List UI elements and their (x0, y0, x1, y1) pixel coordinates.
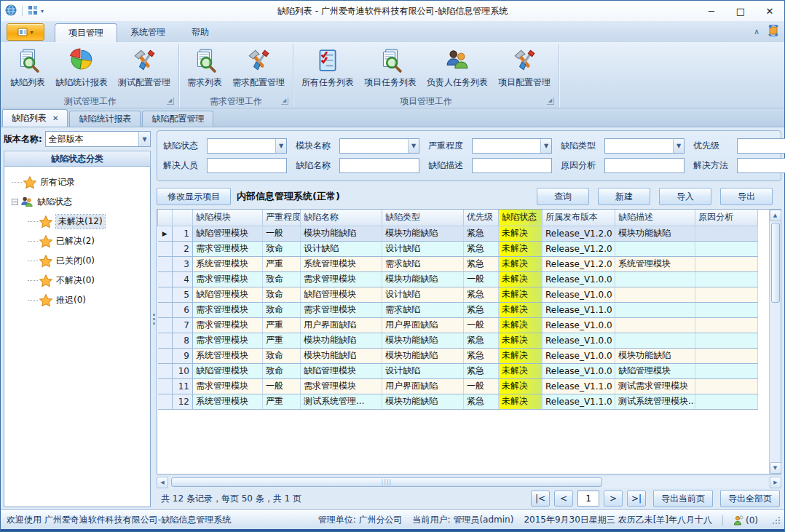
chevron-down-icon[interactable]: ▼ (408, 139, 419, 153)
chevron-down-icon[interactable]: ▼ (138, 132, 150, 146)
filter-select-defect-status[interactable]: ▼ (207, 138, 287, 154)
close-tab-icon[interactable]: ✕ (52, 114, 58, 122)
ribbon-button-defect-stats-report[interactable]: 缺陷统计报表 (50, 46, 113, 90)
table-row[interactable]: 9系统管理模块致命模块功能缺陷模块功能缺陷紧急未解决Release_V1.0.0… (158, 348, 758, 363)
filter-text-defect-description[interactable] (472, 158, 552, 173)
filter-input-module-name[interactable] (340, 139, 408, 153)
chevron-down-icon[interactable]: ▼ (275, 139, 286, 153)
table-row[interactable]: 7需求管理模块严重用户界面缺陷用户界面缺陷一般未解决Release_V1.0.0 (158, 317, 758, 333)
ribbon-button-project-config[interactable]: 项目配置管理 (493, 46, 556, 90)
tree-item-wont-fix[interactable]: 不解决(0) (12, 271, 147, 290)
column-header-module[interactable]: 缺陷模块 (193, 210, 263, 226)
tree-item-defect-status[interactable]: −缺陷状态 (12, 192, 147, 212)
version-select[interactable]: 全部版本 ▼ (45, 131, 151, 147)
dialog-launcher-icon[interactable]: ◢ (547, 98, 554, 105)
table-row[interactable]: 2需求管理模块致命设计缺陷设计缺陷紧急未解决Release_V1.2.0 (158, 241, 758, 256)
first-page-button[interactable]: |< (531, 491, 550, 507)
filter-text-resolver[interactable] (207, 158, 287, 173)
filter-select-module-name[interactable]: ▼ (339, 138, 419, 154)
filter-select-defect-type[interactable]: ▼ (604, 138, 685, 154)
ribbon-button-requirement-config[interactable]: 需求配置管理 (227, 46, 290, 90)
filter-select-priority[interactable]: ▼ (737, 138, 785, 154)
help-icon[interactable] (767, 25, 780, 39)
filter-input-solution[interactable] (738, 159, 785, 172)
scroll-up-icon[interactable]: ▲ (770, 210, 781, 221)
ribbon-tab-project-management[interactable]: 项目管理 (55, 23, 117, 42)
filter-select-severity[interactable]: ▼ (472, 138, 552, 154)
close-button[interactable]: ✕ (755, 1, 784, 20)
table-row[interactable]: 4需求管理模块致命需求管理模块模块功能缺陷一般未解决Release_V1.0.0 (158, 271, 758, 287)
filter-input-defect-type[interactable] (605, 139, 673, 153)
horizontal-scroll-thumb[interactable]: |||| (171, 477, 602, 487)
ribbon-tab-system-management[interactable]: 系统管理 (117, 23, 178, 42)
filter-input-defect-name[interactable] (340, 159, 419, 172)
filter-text-defect-name[interactable] (339, 158, 419, 173)
dialog-launcher-icon[interactable]: ◢ (281, 98, 288, 105)
doc-tab-defect-list[interactable]: 缺陷列表✕ (2, 109, 68, 127)
column-header-name[interactable]: 缺陷名称 (301, 210, 382, 226)
scroll-right-icon[interactable]: ▶ (770, 477, 781, 488)
filter-input-cause-analysis[interactable] (605, 159, 684, 172)
ribbon-button-defect-list[interactable]: 缺陷列表 (5, 46, 50, 90)
table-row[interactable]: 3系统管理模块严重系统管理模块需求缺陷紧急未解决Release_V1.2.0系统… (158, 256, 758, 271)
ribbon-button-project-tasks[interactable]: 项目任务列表 (359, 46, 422, 90)
ribbon-button-test-config[interactable]: 测试配置管理 (113, 46, 175, 90)
chevron-down-icon[interactable]: ▼ (540, 139, 551, 153)
minimize-button[interactable]: ─ (697, 1, 726, 20)
column-header-cause[interactable]: 原因分析 (695, 210, 758, 226)
ribbon-button-all-tasks[interactable]: 所有任务列表 (296, 46, 359, 90)
filter-input-defect-status[interactable] (208, 139, 275, 153)
table-row[interactable]: 12系统管理模块严重测试系统管理...模块功能缺陷紧急未解决Release_V1… (158, 394, 758, 409)
tree-item-resolved[interactable]: 已解决(2) (12, 231, 147, 251)
tree-item-postponed[interactable]: 推迟(0) (12, 290, 147, 310)
column-header-description[interactable]: 缺陷描述 (615, 210, 695, 226)
column-header-release-version[interactable]: 所属发布版本 (543, 210, 615, 226)
column-header-priority[interactable]: 优先级 (464, 210, 499, 226)
maximize-button[interactable]: □ (726, 1, 755, 20)
filter-input-defect-description[interactable] (473, 159, 551, 172)
ribbon-tab-help[interactable]: 帮助 (178, 23, 222, 42)
filter-input-severity[interactable] (473, 139, 540, 153)
column-header-type[interactable]: 缺陷类型 (382, 210, 464, 226)
column-header-status[interactable]: 缺陷状态 (499, 210, 543, 226)
filter-text-solution[interactable] (737, 158, 785, 173)
next-page-button[interactable]: > (604, 491, 623, 507)
filter-input-priority[interactable] (738, 139, 785, 153)
tree-item-all-records[interactable]: 所有记录 (12, 172, 147, 192)
horizontal-scroll-track[interactable]: |||| (170, 477, 768, 488)
application-menu-button[interactable]: ▾ (7, 23, 44, 41)
horizontal-scrollbar[interactable]: ◀ |||| ▶ (157, 476, 781, 488)
export-all-pages-button[interactable]: 导出全部页 (720, 490, 780, 507)
import-button[interactable]: 导入 (659, 188, 711, 205)
table-row[interactable]: 6需求管理模块致命需求管理模块需求缺陷紧急未解决Release_V1.1.0 (158, 302, 758, 317)
ribbon-button-owner-tasks[interactable]: 负责人任务列表 (422, 46, 493, 90)
query-button[interactable]: 查询 (537, 188, 589, 205)
scroll-left-icon[interactable]: ◀ (157, 477, 168, 488)
vertical-scrollbar[interactable]: ▲ ▼ (769, 210, 781, 474)
table-row[interactable]: 10缺陷管理模块致命缺陷管理模块设计缺陷紧急未解决Release_V1.0.0缺… (158, 363, 758, 378)
dialog-launcher-icon[interactable]: ◢ (167, 98, 174, 105)
table-row[interactable]: 8需求管理模块严重模块功能缺陷模块功能缺陷紧急未解决Release_V1.0.0 (158, 333, 758, 348)
doc-tab-defect-stats-report[interactable]: 缺陷统计报表 (69, 111, 141, 127)
prev-page-button[interactable]: < (554, 491, 573, 507)
column-header-severity[interactable]: 严重程度 (263, 210, 301, 226)
tree-item-closed[interactable]: 已关闭(0) (12, 251, 147, 271)
scroll-down-icon[interactable]: ▼ (770, 462, 781, 474)
tree-item-unresolved[interactable]: 未解决(12) (12, 212, 147, 231)
export-button[interactable]: 导出 (720, 188, 773, 205)
doc-tab-defect-config[interactable]: 缺陷配置管理 (142, 111, 213, 127)
filter-input-resolver[interactable] (208, 159, 286, 172)
layout-switch-icon[interactable] (28, 5, 38, 17)
filter-text-cause-analysis[interactable] (604, 158, 685, 173)
resize-grip[interactable] (773, 517, 780, 524)
export-current-page-button[interactable]: 导出当前页 (653, 490, 713, 507)
last-page-button[interactable]: >| (627, 491, 646, 507)
tree-expander-icon[interactable]: − (12, 199, 18, 205)
new-button[interactable]: 新建 (598, 188, 650, 205)
page-number-input[interactable] (577, 491, 599, 507)
qat-dropdown-icon[interactable]: ▾ (41, 8, 44, 15)
modify-display-items-button[interactable]: 修改显示项目 (157, 188, 231, 205)
vertical-scroll-thumb[interactable] (771, 223, 780, 303)
table-row[interactable]: 11需求管理模块一般需求管理模块用户界面缺陷一般未解决Release_V1.1.… (158, 378, 758, 394)
table-row[interactable]: ▶1缺陷管理模块一般模块功能缺陷模块功能缺陷紧急未解决Release_V1.2.… (158, 226, 758, 241)
